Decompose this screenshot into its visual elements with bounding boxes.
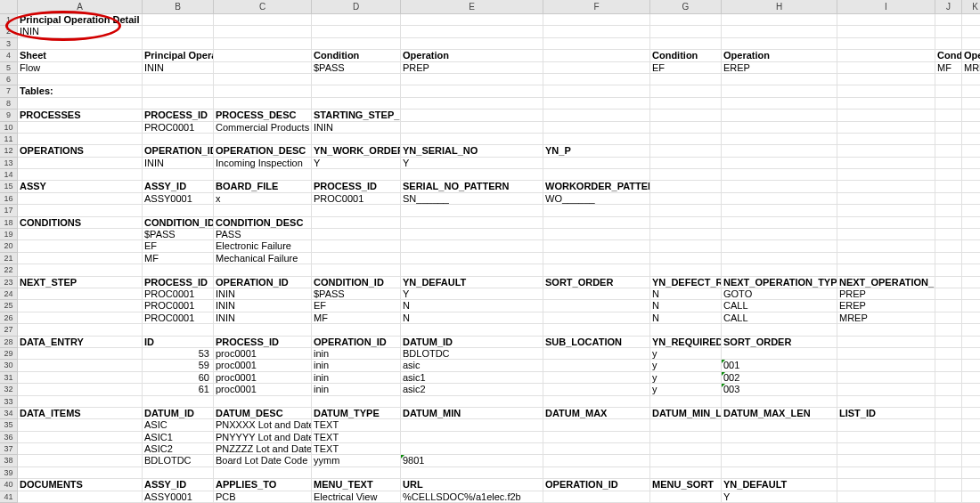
cell[interactable] bbox=[143, 205, 214, 216]
cell[interactable] bbox=[214, 14, 312, 26]
cell[interactable]: EF bbox=[650, 62, 722, 74]
row-header-13[interactable]: 13 bbox=[0, 158, 18, 169]
cell[interactable] bbox=[722, 98, 837, 110]
cell[interactable] bbox=[962, 253, 980, 264]
cell[interactable]: 9801 bbox=[401, 455, 543, 466]
cell[interactable] bbox=[837, 253, 935, 264]
cell[interactable] bbox=[935, 312, 962, 324]
cell[interactable] bbox=[837, 38, 935, 50]
cell[interactable]: CONDITION_ID bbox=[312, 277, 401, 288]
cell[interactable] bbox=[650, 85, 722, 97]
cell[interactable] bbox=[650, 419, 722, 431]
cell[interactable]: N bbox=[401, 300, 543, 312]
cell[interactable]: asic2 bbox=[401, 384, 543, 395]
cell[interactable] bbox=[962, 324, 980, 336]
cell[interactable] bbox=[962, 396, 980, 408]
row-header-3[interactable]: 3 bbox=[0, 38, 18, 50]
column-header-k[interactable]: K bbox=[962, 0, 980, 14]
cell[interactable] bbox=[143, 38, 214, 50]
cell[interactable] bbox=[837, 360, 935, 371]
cell[interactable] bbox=[18, 443, 143, 455]
cell[interactable]: PROCESS_ID bbox=[143, 110, 214, 121]
cell[interactable] bbox=[935, 348, 962, 360]
cell[interactable] bbox=[935, 74, 962, 85]
row-header-29[interactable]: 29 bbox=[0, 348, 18, 360]
cell[interactable]: BOARD_FILE bbox=[214, 181, 312, 192]
cell[interactable]: Y bbox=[401, 158, 543, 169]
cell[interactable]: inin bbox=[312, 348, 401, 360]
cell[interactable] bbox=[962, 408, 980, 419]
cell[interactable]: YN_DEFECT_REQ bbox=[650, 277, 722, 288]
row-header-23[interactable]: 23 bbox=[0, 277, 18, 288]
cell[interactable] bbox=[935, 169, 962, 181]
cell[interactable] bbox=[935, 264, 962, 276]
cell[interactable] bbox=[722, 145, 837, 157]
cell[interactable] bbox=[650, 38, 722, 50]
cell[interactable] bbox=[962, 455, 980, 466]
cell[interactable] bbox=[935, 205, 962, 216]
row-header-8[interactable]: 8 bbox=[0, 98, 18, 110]
cell[interactable] bbox=[837, 158, 935, 169]
cell[interactable]: MREP bbox=[962, 62, 980, 74]
cell[interactable]: SERIAL_NO_PATTERN bbox=[401, 181, 543, 192]
cell[interactable]: ASIC1 bbox=[143, 432, 214, 443]
cell[interactable] bbox=[935, 253, 962, 264]
cell[interactable] bbox=[543, 300, 650, 312]
cell[interactable] bbox=[935, 396, 962, 408]
cell[interactable] bbox=[837, 62, 935, 74]
row-header-36[interactable]: 36 bbox=[0, 432, 18, 443]
cell[interactable] bbox=[543, 98, 650, 110]
cell[interactable]: OPERATION_ID bbox=[143, 145, 214, 157]
cell[interactable] bbox=[143, 14, 214, 26]
cell[interactable]: YN_SERIAL_NO bbox=[401, 145, 543, 157]
cell[interactable] bbox=[837, 74, 935, 85]
cell[interactable]: N bbox=[650, 300, 722, 312]
cell[interactable]: OPERATION_ID bbox=[214, 277, 312, 288]
cell[interactable]: PROCESS_DESC bbox=[214, 110, 312, 121]
cell[interactable] bbox=[722, 253, 837, 264]
cell[interactable] bbox=[543, 62, 650, 74]
cell[interactable] bbox=[722, 74, 837, 85]
cell[interactable] bbox=[837, 14, 935, 26]
cell[interactable] bbox=[543, 419, 650, 431]
cell[interactable] bbox=[650, 396, 722, 408]
cell[interactable] bbox=[214, 74, 312, 85]
cell[interactable]: Mechanical Failure bbox=[214, 253, 312, 264]
cell[interactable]: inin bbox=[312, 372, 401, 384]
cell[interactable]: N bbox=[650, 288, 722, 300]
cell[interactable] bbox=[18, 312, 143, 324]
cell[interactable] bbox=[18, 193, 143, 205]
cell[interactable] bbox=[722, 419, 837, 431]
cell[interactable] bbox=[962, 14, 980, 26]
cell[interactable] bbox=[401, 324, 543, 336]
cell[interactable]: DATUM_MAX bbox=[543, 408, 650, 419]
row-header-33[interactable]: 33 bbox=[0, 396, 18, 408]
cell[interactable]: asic1 bbox=[401, 372, 543, 384]
cell[interactable] bbox=[401, 217, 543, 229]
cell[interactable] bbox=[401, 396, 543, 408]
cell[interactable] bbox=[935, 85, 962, 97]
cell[interactable] bbox=[18, 74, 143, 85]
cell[interactable] bbox=[722, 324, 837, 336]
cell[interactable] bbox=[214, 324, 312, 336]
cell[interactable] bbox=[935, 240, 962, 252]
row-header-28[interactable]: 28 bbox=[0, 337, 18, 348]
cell[interactable] bbox=[214, 50, 312, 61]
cell[interactable] bbox=[962, 205, 980, 216]
cell[interactable] bbox=[722, 193, 837, 205]
cell[interactable] bbox=[18, 169, 143, 181]
cell[interactable]: Tables: bbox=[18, 85, 143, 97]
cell[interactable] bbox=[401, 38, 543, 50]
cell[interactable]: OPERATION_ID bbox=[543, 479, 650, 491]
cell[interactable] bbox=[837, 467, 935, 479]
cell[interactable]: PREP bbox=[401, 62, 543, 74]
cell[interactable]: 53 bbox=[143, 348, 214, 360]
cell[interactable]: CONDITION_ID bbox=[143, 217, 214, 229]
cell[interactable]: Condition bbox=[935, 50, 962, 61]
cell[interactable]: ASIC2 bbox=[143, 443, 214, 455]
column-header-g[interactable]: G bbox=[650, 0, 722, 14]
cell[interactable] bbox=[837, 348, 935, 360]
cell[interactable] bbox=[650, 253, 722, 264]
cell[interactable] bbox=[543, 169, 650, 181]
cell[interactable]: SORT_ORDER bbox=[722, 337, 837, 348]
